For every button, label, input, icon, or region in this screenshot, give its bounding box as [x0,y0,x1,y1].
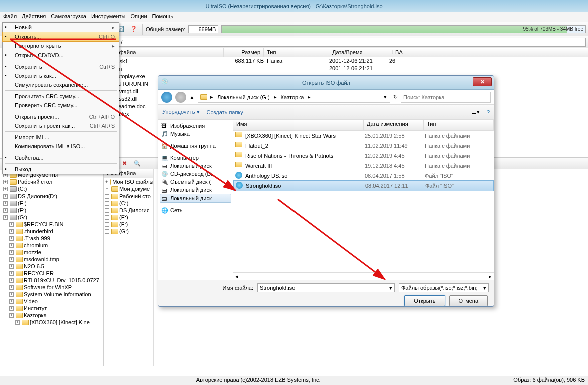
sidebar-item[interactable]: 🌐Сеть [160,206,231,214]
scroll-left-icon[interactable]: ◂ [235,273,238,280]
col-type[interactable]: Тип [264,48,329,57]
tree-item[interactable]: + Институт [1,305,102,312]
tree-item[interactable]: + (E:) [1,200,102,207]
menuitem[interactable]: Проверить CRC-сумму... [3,101,119,110]
tree-item[interactable]: + Казторка [1,312,102,319]
help-icon[interactable]: ? [487,109,490,115]
menuitem[interactable]: ▪Свойства... [3,153,119,162]
file-row[interactable]: Rise of Nations - Thrones & Patriots12.0… [233,151,494,161]
lt-find-icon[interactable]: 🔍 [132,158,143,169]
lt-delete-icon[interactable]: ✖ [119,158,130,169]
dcol-date[interactable]: Дата изменения [364,120,424,130]
menuitem[interactable]: Сохранить проект как...Ctrl+Alt+S [3,121,119,130]
tree-item[interactable]: + chromium [1,242,102,249]
tree-item[interactable]: + (C:) [1,185,102,192]
tree-item[interactable]: + msdownld.tmp [1,256,102,263]
local-tree[interactable]: + Мои документы+ Рабочий стол+ (C:)+ DS … [0,170,103,366]
sidebar-item[interactable]: 🏠Домашняя группа [160,142,231,150]
sidebar-item[interactable]: 🖴Локальный диск [160,162,231,170]
menuitem[interactable]: Повторно открыть▸ [3,41,119,51]
sidebar-item[interactable]: 💿CD-дисковод (D: [160,170,231,178]
tree-item[interactable]: + Software for WinXP [1,284,102,291]
tree-item[interactable]: + .Trash-999 [1,235,102,242]
menu-options[interactable]: Опции [130,13,147,21]
menuitem[interactable]: ▪СохранитьCtrl+S [3,62,119,71]
tree-item[interactable]: + (F:) [1,207,102,214]
col-lba[interactable]: LBA [389,48,419,57]
close-button[interactable]: ✕ [473,77,492,86]
tree-item[interactable]: + (G:) [1,214,102,221]
tree-item[interactable]: + (G:) [104,228,153,235]
dcol-type[interactable]: Тип [424,120,494,130]
menuitem[interactable]: ▪Открыть...Ctrl+O [2,32,119,42]
tree-item[interactable]: + DS Дилогия [104,207,153,214]
sidebar-item[interactable]: 💻Компьютер [160,154,231,162]
tree-item[interactable]: + $RECYCLE.BIN [1,221,102,228]
open-button[interactable]: Открыть [404,295,445,306]
menuitem[interactable]: ▪Выход [3,165,119,174]
menu-actions[interactable]: Действия [22,13,46,21]
up-button[interactable]: ▲ [189,94,195,100]
local-folder-tree[interactable]: Имя файла + Мои ISO файлы+ Мои докуме+ Р… [104,169,154,366]
tree-item[interactable]: + (E:) [104,214,153,221]
filename-input[interactable]: Stronghold.iso ▾ [257,283,395,292]
menu-tools[interactable]: Инструменты [91,13,126,21]
menuitem[interactable]: ▪Открыть CD/DVD... [3,51,119,60]
dialog-filelist[interactable]: [XBOX360] [Kinect] Kinect Star Wars25.01… [233,131,494,272]
col-size[interactable]: Размер [224,48,264,57]
tree-item[interactable]: + (F:) [104,221,153,228]
col-name[interactable]: Имя файла [104,48,224,57]
file-row[interactable]: Flatout_211.02.2019 11:49Папка с файлами [233,141,494,151]
menuitem[interactable]: ▪Новый▸ [3,23,119,32]
newfolder-button[interactable]: Создать папку [207,109,243,115]
file-row[interactable]: Anthology DS.iso08.04.2017 1:58Файл "ISO… [233,171,494,181]
sidebar-item[interactable]: 🖴Локальный диск [160,186,231,194]
tree-item[interactable]: + Рабочий сто [104,192,153,200]
tree-item[interactable]: + mozzie [1,249,102,256]
tree-item[interactable]: + System Volume Information [1,291,102,298]
back-button[interactable] [161,92,172,103]
tree-item[interactable]: + Video [1,298,102,305]
tb-help-icon[interactable]: ❓ [128,24,139,35]
tree-item[interactable]: + (C:) [104,200,153,207]
sidebar-item[interactable]: 🖴Локальный диск [160,194,231,203]
cancel-button[interactable]: Отмена [449,295,488,306]
dcol-name[interactable]: Имя [233,120,364,130]
tree-item[interactable]: + [XBOX360] [Kinect] Kine [1,319,102,326]
list-item[interactable]: Disk1683,117 KBПапка2001-12-06 21:2126 [104,57,588,65]
menu-file[interactable]: Файл [3,13,17,21]
sidebar-item[interactable]: 🎵Музыка [160,130,231,138]
menuitem[interactable]: Открыть проект...Ctrl+Alt+O [3,112,119,121]
tree-item[interactable]: + N2O 6.5 [1,263,102,270]
path-input[interactable] [118,38,586,47]
menuitem[interactable]: Импорт IML... [3,133,119,142]
search-input[interactable] [401,92,491,103]
tree-item[interactable]: + Мои докуме [104,185,153,192]
list-item[interactable]: gm2001-12-06 21:21 [104,65,588,72]
file-row[interactable]: Stronghold.iso08.04.2017 12:11Файл "ISO" [233,180,494,191]
dialog-sidebar[interactable]: 🖼Изображения🎵Музыка🏠Домашняя группа💻Комп… [158,120,233,280]
forward-button[interactable] [175,92,186,103]
col-date[interactable]: Дата/Время [329,48,389,57]
menuitem[interactable]: Просчитать CRC-сумму... [3,92,119,101]
tree-item[interactable]: + Рабочий стол [1,178,102,185]
scroll-right-icon[interactable]: ▸ [489,273,492,280]
menuitem[interactable]: ▪Сохранить как... [3,71,119,80]
file-row[interactable]: [XBOX360] [Kinect] Kinect Star Wars25.01… [233,131,494,141]
breadcrumb[interactable]: ▸ Локальный диск (G:) ▸ Казторка ▸ ▾ [198,92,390,103]
tree-item[interactable]: + RECYCLER [1,270,102,277]
tree-item[interactable]: + RTL819xCU_Drv_1015.0.0727 [1,277,102,284]
crumb-folder[interactable]: Казторка [280,94,305,100]
menuitem[interactable]: Компилировать IML в ISO... [3,142,119,151]
sidebar-item[interactable]: 🔌Съемный диск ( [160,178,231,186]
tree-item[interactable]: + Мои ISO файлы [104,178,153,185]
tree-item[interactable]: + .thunderbird [1,228,102,235]
view-icon[interactable]: ☰▾ [472,109,480,115]
sidebar-item[interactable]: 🖼Изображения [160,122,231,130]
refresh-icon[interactable]: ↻ [393,94,398,100]
menu-help[interactable]: Помощь [152,13,174,21]
file-row[interactable]: Warcraft III19.12.2018 4:45Папка с файла… [233,161,494,171]
organize-button[interactable]: Упорядочить ▾ [162,109,200,115]
menu-bootable[interactable]: Самозагрузка [51,13,86,21]
tree-item[interactable]: + DS Дилогия(D:) [1,192,102,200]
